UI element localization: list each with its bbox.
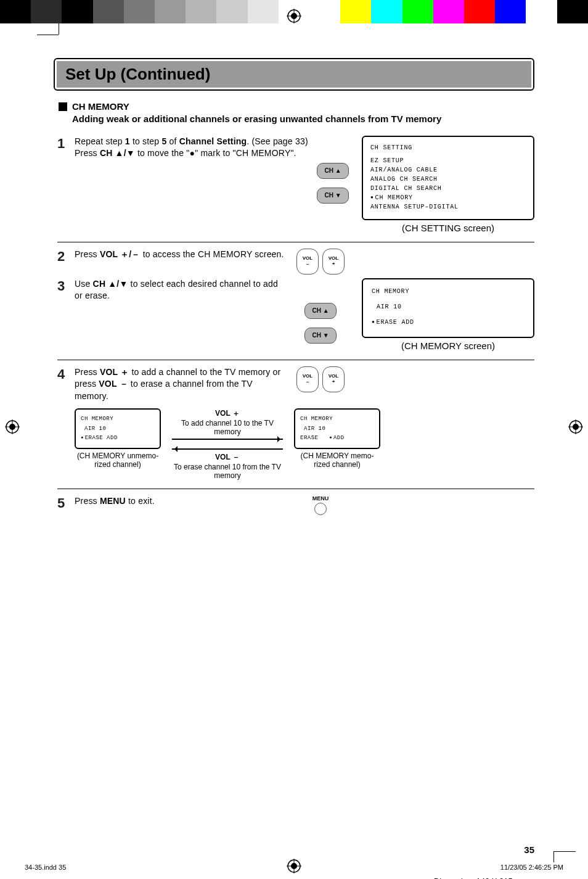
ch-down-button: CH ▼: [317, 188, 349, 204]
osd-item: ANALOG CH SEARCH: [370, 175, 526, 184]
step-text: Press: [75, 496, 100, 506]
crop-mark: [37, 35, 59, 35]
osd-title: CH MEMORY: [300, 415, 374, 424]
step-text-bold: 1: [125, 136, 130, 146]
step-text-bold: MENU: [100, 496, 126, 506]
osd-caption: (CH MEMORY screen): [362, 340, 534, 351]
osd-item: ADD: [333, 435, 345, 441]
osd-item: AIR/ANALOG CABLE: [370, 165, 526, 175]
footer-filename: 34-35.indd 35: [25, 864, 66, 871]
osd-item: ERASE ADD: [85, 435, 118, 441]
footer-timestamp: 11/23/05 2:46:25 PM: [500, 864, 563, 871]
step-text-bold: CH ▲/▼: [100, 148, 135, 158]
section-heading: CH MEMORY: [72, 101, 129, 112]
crop-mark: [553, 851, 554, 862]
osd-caption: (CH SETTING screen): [362, 223, 534, 233]
step-text-bold: VOL ＋/－: [100, 249, 141, 259]
step-number: 4: [57, 366, 75, 403]
ch-down-button: CH ▼: [304, 328, 337, 344]
ch-up-button: CH ▲: [317, 163, 349, 179]
osd-title: CH MEMORY: [372, 287, 525, 296]
section-header: CH MEMORY Adding weak or additional chan…: [59, 101, 534, 126]
osd-ch-setting-screen: CH SETTING EZ SETUP AIR/ANALOG CABLE ANA…: [362, 136, 534, 220]
osd-caption: (CH MEMORY memo-rized channel): [294, 452, 380, 469]
vol-minus-button: VOL–: [296, 366, 319, 392]
step-text-bold: Channel Setting: [179, 136, 247, 146]
step-text: of: [166, 136, 179, 146]
osd-item-selected: [372, 319, 377, 326]
registration-mark-icon: [5, 419, 20, 434]
osd-title: CH MEMORY: [81, 415, 155, 424]
osd-item: AIR 10: [300, 424, 374, 434]
step-text: . (See page 33): [247, 136, 308, 146]
step-text: to step: [130, 136, 162, 146]
page-number: 35: [54, 844, 534, 855]
step-number: 2: [57, 249, 75, 274]
diagram-text: To erase channel 10 from the TV memory: [172, 463, 283, 480]
osd-item: AIR 10: [372, 302, 525, 312]
dimension-note: Dimension: 140 X 215 mm: [434, 877, 528, 879]
osd-item: ERASE: [300, 435, 329, 441]
osd-item: ANTENNA SETUP–DIGITAL: [370, 202, 526, 212]
menu-button-icon: [314, 503, 327, 515]
diagram-label: VOL ＋: [172, 408, 283, 419]
osd-item-selected: [81, 435, 85, 441]
step-text-bold: VOL －: [99, 379, 128, 389]
arrow-left-icon: [172, 448, 283, 450]
registration-mark-icon: [568, 419, 583, 434]
step-text-bold: CH ▲/▼: [93, 279, 128, 289]
step-text: to move the "●" mark to "CH MEMORY".: [135, 148, 296, 158]
osd-item: EZ SETUP: [370, 156, 526, 165]
vol-minus-button: VOL–: [296, 249, 319, 274]
square-bullet-icon: [59, 102, 67, 111]
osd-item: ERASE ADD: [377, 319, 414, 326]
vol-plus-button: VOL+: [322, 249, 345, 274]
osd-ch-memory-screen: CH MEMORY AIR 10 ERASE ADD: [362, 278, 534, 338]
page-title: Set Up (Continued): [57, 61, 531, 88]
osd-item-selected: [329, 435, 333, 441]
osd-ch-memory-memorized: CH MEMORY AIR 10 ERASE ADD: [294, 408, 380, 449]
step-text: Use: [75, 279, 93, 289]
step-text: to access the CH MEMORY screen.: [141, 249, 284, 259]
step-text: Repeat step: [75, 136, 125, 146]
registration-mark-icon: [287, 9, 301, 23]
osd-item: AIR 10: [81, 424, 155, 434]
osd-title: CH SETTING: [370, 143, 526, 152]
step-number: 3: [57, 278, 75, 351]
step-number: 1: [57, 136, 75, 152]
osd-ch-memory-unmemorized: CH MEMORY AIR 10 ERASE ADD: [75, 408, 161, 449]
crop-mark: [554, 851, 576, 852]
step-text: Press: [75, 249, 100, 259]
menu-button-label: MENU: [287, 495, 354, 501]
step-number: 5: [57, 495, 75, 511]
diagram-text: To add channel 10 to the TV memory: [172, 419, 283, 436]
crop-mark: [59, 23, 59, 35]
diagram-label: VOL －: [172, 452, 283, 463]
ch-up-button: CH ▲: [304, 303, 337, 319]
section-subheading: Adding weak or additional channels or er…: [72, 113, 441, 124]
page-title-frame: Set Up (Continued): [54, 58, 534, 91]
step-text: to exit.: [126, 496, 155, 506]
step-text: Press: [75, 367, 100, 377]
step-text-bold: VOL ＋: [100, 367, 129, 377]
osd-caption: (CH MEMORY unmemo-rized channel): [75, 452, 161, 469]
osd-item-selected: CH MEMORY: [370, 193, 526, 202]
osd-item: DIGITAL CH SEARCH: [370, 184, 526, 193]
step-text: Press: [75, 148, 100, 158]
arrow-right-icon: [172, 439, 283, 440]
vol-plus-button: VOL+: [322, 366, 345, 392]
